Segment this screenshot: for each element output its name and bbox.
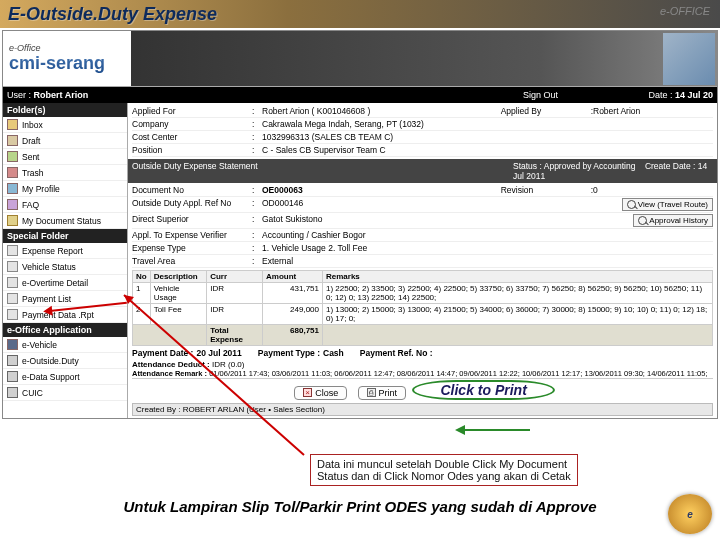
section-odes: Outside Duty Expense Statement Status : … xyxy=(128,159,717,183)
magnify-icon xyxy=(627,200,636,209)
report-icon xyxy=(7,261,18,272)
printer-icon: ⎙ xyxy=(367,388,376,397)
eoffice-logo-icon: e xyxy=(668,494,712,534)
sidebar-head-app: e-Office Application xyxy=(3,323,127,337)
bottom-instruction: Untuk Lampiran Slip Tol/Parkir Print ODE… xyxy=(0,498,720,515)
sidebar-item-overtime[interactable]: e-Overtime Detail xyxy=(3,275,127,291)
file-icon xyxy=(7,371,18,382)
sidebar-item-profile[interactable]: My Profile xyxy=(3,181,127,197)
sign-out-link[interactable]: Sign Out xyxy=(523,90,558,100)
faq-icon xyxy=(7,199,18,210)
sidebar-item-sent[interactable]: Sent xyxy=(3,149,127,165)
sidebar-item-mydoc[interactable]: My Document Status xyxy=(3,213,127,229)
arrow-to-callout xyxy=(124,295,306,457)
print-button[interactable]: ⎙Print xyxy=(358,386,407,400)
document-icon xyxy=(7,215,18,226)
approval-history-button[interactable]: Approval History xyxy=(633,214,713,227)
arrow-to-print xyxy=(460,429,530,431)
sidebar-item-faq[interactable]: FAQ xyxy=(3,197,127,213)
sidebar-item-edata[interactable]: e-Data Support xyxy=(3,369,127,385)
car-icon xyxy=(7,339,18,350)
inbox-icon xyxy=(7,119,18,130)
sidebar-head-folders: Folder(s) xyxy=(3,103,127,117)
date-label: Date : 14 Jul 20 xyxy=(648,90,713,100)
banner-image xyxy=(131,31,717,86)
draft-icon xyxy=(7,135,18,146)
report-icon xyxy=(7,277,18,288)
magnify-icon xyxy=(638,216,647,225)
title-brand: e-OFFICE xyxy=(660,5,710,17)
logo-small: e-Office xyxy=(9,43,125,53)
click-to-print-callout: Click to Print xyxy=(412,380,554,400)
sidebar-item-evehicle[interactable]: e-Vehicle xyxy=(3,337,127,353)
sidebar-item-inbox[interactable]: Inbox xyxy=(3,117,127,133)
view-travel-route-button[interactable]: View (Travel Route) xyxy=(622,198,713,211)
report-icon xyxy=(7,309,18,320)
user-label: User : Robert Arion xyxy=(7,90,88,100)
sidebar-item-cuic[interactable]: CUIC xyxy=(3,385,127,401)
report-icon xyxy=(7,245,18,256)
sidebar-head-special: Special Folder xyxy=(3,229,127,243)
sidebar-item-trash[interactable]: Trash xyxy=(3,165,127,181)
doc-no: OE000063 xyxy=(262,185,303,195)
logo-text: cmi-serang xyxy=(9,53,125,74)
sidebar-item-expense[interactable]: Expense Report xyxy=(3,243,127,259)
instruction-callout: Data ini muncul setelah Double Click My … xyxy=(310,454,578,486)
sent-icon xyxy=(7,151,18,162)
file-icon xyxy=(7,355,18,366)
file-icon xyxy=(7,387,18,398)
trash-icon xyxy=(7,167,18,178)
sidebar-item-eoutside[interactable]: e-Outside.Duty xyxy=(3,353,127,369)
page-title: E-Outside.Duty Expense xyxy=(8,4,217,25)
report-icon xyxy=(7,293,18,304)
profile-icon xyxy=(7,183,18,194)
sidebar-item-vehicle-status[interactable]: Vehicle Status xyxy=(3,259,127,275)
sidebar-item-draft[interactable]: Draft xyxy=(3,133,127,149)
